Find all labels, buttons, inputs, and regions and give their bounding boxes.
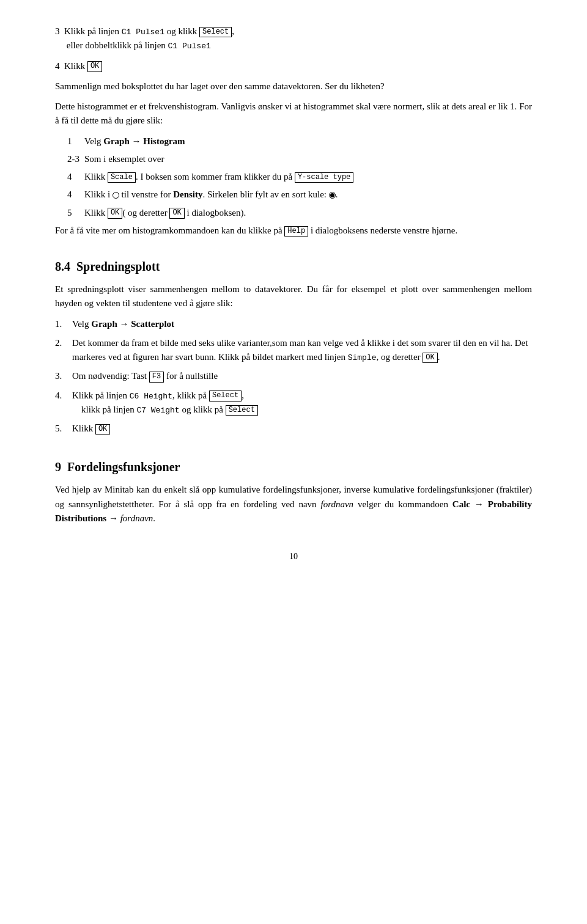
scatter-step-1: 1. Velg Graph → Scatterplot: [55, 317, 532, 331]
c6height-code: C6 Height: [130, 392, 172, 401]
ok-button-5[interactable]: OK: [95, 424, 110, 435]
select-button-1[interactable]: Select: [199, 27, 232, 38]
section9-header: 9 Fordelingsfunksjoner: [55, 458, 532, 477]
step3-num: 3 Klikk på linjen C1 Pulse1 og klikk Sel…: [55, 26, 234, 36]
hist-step-4b-text: Klikk i til venstre for Density. Sirkele…: [84, 188, 532, 202]
help-button[interactable]: Help: [284, 226, 308, 237]
fordeling-arrow1: →: [470, 499, 488, 509]
scatter-step-3: 3. Om nødvendig: Tast F3 for å nullstill…: [55, 369, 532, 383]
dette-para: Dette histogrammet er et frekvenshistogr…: [55, 100, 532, 128]
section84-title: 8.4 Spredningsplott: [55, 257, 532, 276]
fordeling-end: .: [153, 513, 155, 523]
scatter-step-4: 4. Klikk på linjen C6 Height, klikk på S…: [55, 389, 532, 417]
section84-header: 8.4 Spredningsplott: [55, 257, 532, 276]
graph-bold-2: Graph: [91, 319, 117, 329]
help-para: For å få vite mer om histogramkommandoen…: [55, 224, 532, 238]
hist-step-1: 1 Velg Graph → Histogram: [67, 134, 532, 148]
fordeling-text2: velger du kommandoen: [353, 499, 452, 509]
arrow2: →: [120, 319, 129, 329]
fordnavn-italic-1: fordnavn: [320, 499, 353, 509]
graph-bold: Graph: [103, 136, 130, 146]
density-bold: Density: [173, 189, 202, 199]
code-c1pulse1-2: C1 Pulse1: [168, 42, 211, 51]
radio-empty-icon: [113, 192, 119, 199]
select-button-2[interactable]: Select: [209, 391, 242, 402]
c7weight-code: C7 Weight: [136, 406, 179, 415]
step4-para: 4 Klikk OK: [55, 59, 532, 73]
hist-step-4b: 4 Klikk i til venstre for Density. Sirke…: [67, 188, 532, 202]
spread-intro: Et spredningsplott viser sammenhengen me…: [55, 282, 532, 311]
scatter-steps: 1. Velg Graph → Scatterplot 2. Det komme…: [55, 317, 532, 436]
ok-button-1[interactable]: OK: [87, 61, 102, 72]
code-c1pulse1-1: C1 Pulse1: [122, 28, 164, 37]
scale-button[interactable]: Scale: [108, 172, 136, 183]
f3-button[interactable]: F3: [149, 372, 164, 383]
fordeling-arrow2: →: [106, 513, 120, 523]
hist-step-4a-num: 4: [67, 170, 81, 184]
scatter-step-5-text: Klikk OK: [72, 422, 532, 436]
ok-button-2[interactable]: OK: [108, 208, 122, 219]
scatterplot-bold: Scatterplot: [131, 319, 174, 329]
scatter-step-2-num: 2.: [55, 336, 68, 350]
hist-step-5-num: 5: [67, 206, 81, 220]
scatter-step-4-num: 4.: [55, 389, 68, 403]
hist-step-23: 2-3 Som i eksemplet over: [67, 152, 532, 166]
hist-step-4b-num: 4: [67, 188, 81, 202]
fordnavn-italic-2: fordnavn: [120, 513, 153, 523]
hist-step-1-text: Velg Graph → Histogram: [84, 134, 532, 148]
step3-para: 3 Klikk på linjen C1 Pulse1 og klikk Sel…: [55, 24, 532, 53]
hist-step-5-text: Klikk OK( og deretter OK i dialogboksen)…: [84, 206, 532, 220]
sammenlign-para: Sammenlign med boksplottet du har laget …: [55, 79, 532, 94]
hist-step-4a-text: Klikk Scale. I boksen som kommer fram kl…: [84, 170, 532, 184]
hist-step-4a: 4 Klikk Scale. I boksen som kommer fram …: [67, 170, 532, 184]
scatter-step-2-text: Det kommer da fram et bilde med seks uli…: [72, 336, 532, 365]
scatter-step-5: 5. Klikk OK: [55, 422, 532, 436]
select-button-3[interactable]: Select: [226, 405, 258, 416]
histogram-bold: Histogram: [143, 136, 185, 146]
calc-bold: Calc: [452, 499, 470, 509]
fordeling-para: Ved hjelp av Minitab kan du enkelt slå o…: [55, 483, 532, 526]
page-number: 10: [55, 550, 532, 563]
scatter-step-4-text: Klikk på linjen C6 Height, klikk på Sele…: [72, 389, 532, 417]
hist-step-23-num: 2-3: [67, 152, 81, 166]
histogram-steps: 1 Velg Graph → Histogram 2-3 Som i eksem…: [67, 134, 532, 220]
scatter-step-1-num: 1.: [55, 317, 68, 331]
hist-step-5: 5 Klikk OK( og deretter OK i dialogbokse…: [67, 206, 532, 220]
radio-filled-icon: [329, 192, 336, 199]
ok-button-4[interactable]: OK: [423, 353, 437, 364]
yscale-type-button[interactable]: Y-scale type: [295, 172, 353, 183]
scatter-step-1-text: Velg Graph → Scatterplot: [72, 317, 532, 331]
simple-code: Simple: [348, 353, 377, 362]
page-content: 3 Klikk på linjen C1 Pulse1 og klikk Sel…: [55, 24, 532, 563]
scatter-step-3-num: 3.: [55, 369, 68, 383]
arrow1: →: [132, 136, 141, 146]
scatter-step-2: 2. Det kommer da fram et bilde med seks …: [55, 336, 532, 365]
hist-step-23-text: Som i eksemplet over: [84, 152, 532, 166]
step3-line2: eller dobbeltklikk på linjen C1 Pulse1: [55, 40, 211, 50]
section9-title: 9 Fordelingsfunksjoner: [55, 458, 532, 477]
scatter-step-3-text: Om nødvendig: Tast F3 for å nullstille: [72, 369, 532, 383]
ok-button-3[interactable]: OK: [169, 208, 184, 219]
scatter-step-5-num: 5.: [55, 422, 68, 436]
hist-step-1-num: 1: [67, 134, 81, 148]
